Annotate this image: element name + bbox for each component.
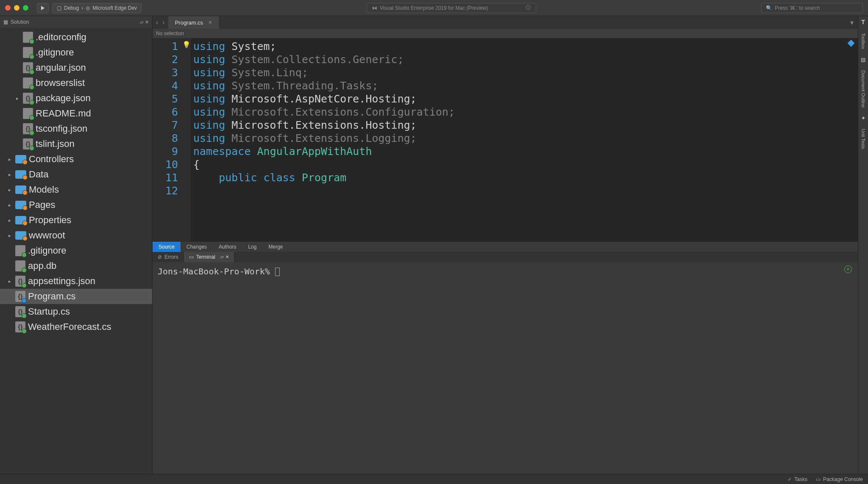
errors-tab-label: Errors <box>164 254 178 260</box>
tree-item-angular-json[interactable]: {}angular.json <box>0 60 152 75</box>
source-tab-changes[interactable]: Changes <box>181 242 213 252</box>
line-number: 10 <box>153 158 178 171</box>
line-number-gutter: 123456789101112 <box>153 38 182 242</box>
minimize-window-button[interactable] <box>14 5 19 11</box>
code-line[interactable]: using Microsoft.AspNetCore.Hosting; <box>193 92 858 105</box>
code-content[interactable]: using System;using System.Collections.Ge… <box>191 38 858 242</box>
tree-caret-icon[interactable]: ▸ <box>8 279 13 284</box>
tree-item-wwwroot[interactable]: ▸wwwroot <box>0 228 152 243</box>
tree-item--gitignore[interactable]: .gitignore <box>0 45 152 60</box>
csharp-file-icon: {} <box>15 291 25 302</box>
file-icon <box>15 260 25 271</box>
tree-item-label: appsettings.json <box>28 276 95 287</box>
file-icon <box>23 77 33 89</box>
tree-item-readme-md[interactable]: README.md <box>0 106 152 121</box>
close-tab-icon[interactable]: ✕ <box>208 19 212 25</box>
popout-icon[interactable]: ▱ <box>220 254 224 259</box>
code-line[interactable]: using Microsoft.Extensions.Configuration… <box>193 105 858 119</box>
terminal-tab[interactable]: ▭ Terminal ▱ ✕ <box>184 252 234 262</box>
line-number: 3 <box>153 66 178 79</box>
code-line[interactable]: using Microsoft.Extensions.Logging; <box>193 132 858 145</box>
tree-item-browserslist[interactable]: browserslist <box>0 75 152 91</box>
errors-tab[interactable]: ⊘ Errors <box>153 252 184 262</box>
tab-dropdown-icon[interactable]: ▾ <box>850 19 854 27</box>
code-line[interactable]: using System.Threading.Tasks; <box>193 79 858 92</box>
tree-item-data[interactable]: ▸Data <box>0 167 152 182</box>
close-terminal-icon[interactable]: ✕ <box>225 254 229 259</box>
tree-item-startup-cs[interactable]: {}Startup.cs <box>0 304 152 319</box>
tree-item-program-cs[interactable]: {}Program.cs <box>0 289 152 304</box>
tree-item-label: Startup.cs <box>28 306 70 317</box>
toolbox-tab[interactable]: Toolbox <box>861 31 866 51</box>
breadcrumb-bar[interactable]: No selection <box>153 29 858 38</box>
run-button[interactable] <box>37 3 49 13</box>
config-label: Debug <box>64 5 79 11</box>
nav-forward-button[interactable]: › <box>162 19 164 26</box>
lightbulb-icon[interactable]: 💡 <box>182 41 191 49</box>
close-window-button[interactable] <box>5 5 11 11</box>
tree-item-label: angular.json <box>36 62 86 73</box>
document-outline-tab[interactable]: Document Outline <box>861 69 866 109</box>
editor-tab-program[interactable]: Program.cs ✕ <box>168 16 220 29</box>
tree-item-appsettings-json[interactable]: ▸{}appsettings.json <box>0 274 152 289</box>
tree-caret-icon[interactable]: ▸ <box>8 172 13 177</box>
add-terminal-button[interactable]: + <box>844 266 852 273</box>
file-icon <box>23 47 33 58</box>
line-number: 5 <box>153 92 178 105</box>
json-file-icon: {} <box>23 138 33 149</box>
tree-caret-icon[interactable]: ▸ <box>8 157 13 162</box>
tree-item-models[interactable]: ▸Models <box>0 182 152 197</box>
package-console-button[interactable]: ▭ Package Console <box>816 476 863 482</box>
info-icon[interactable]: ⓘ <box>526 4 531 11</box>
folder-icon <box>15 185 26 194</box>
tree-caret-icon[interactable]: ▸ <box>8 202 13 208</box>
global-search[interactable]: 🔍 Press '⌘.' to search <box>761 3 863 13</box>
tree-item-label: tslint.json <box>36 138 75 149</box>
app-title-text: Visual Studio Enterprise 2019 for Mac (P… <box>380 5 488 11</box>
solution-tree[interactable]: .editorconfig.gitignore{}angular.jsonbro… <box>0 28 152 474</box>
tree-item--editorconfig[interactable]: .editorconfig <box>0 30 152 45</box>
run-configuration[interactable]: ▢ Debug › ◎ Microsoft Edge Dev <box>52 3 142 13</box>
code-line[interactable]: using System.Linq; <box>193 66 858 79</box>
tree-item-pages[interactable]: ▸Pages <box>0 197 152 213</box>
terminal-pane[interactable]: + Jons-MacBook-Pro-Work% <box>153 262 858 474</box>
code-editor[interactable]: 123456789101112 💡 using System;using Sys… <box>153 38 858 242</box>
tree-item-label: Controllers <box>29 154 74 165</box>
folder-icon <box>15 231 26 240</box>
status-badge-icon <box>22 268 27 273</box>
close-panel-icon[interactable]: ✕ <box>145 19 149 25</box>
play-icon <box>41 6 45 10</box>
tree-item-app-db[interactable]: app.db <box>0 258 152 274</box>
tree-item--gitignore[interactable]: .gitignore <box>0 243 152 258</box>
tree-item-properties[interactable]: ▸Properties <box>0 213 152 228</box>
tasks-button[interactable]: ✓ Tasks <box>787 476 807 482</box>
tree-caret-icon[interactable]: ▸ <box>8 187 13 193</box>
line-number: 8 <box>153 132 178 145</box>
nav-back-button[interactable]: ‹ <box>156 19 158 26</box>
unit-tests-tab[interactable]: Unit Tests <box>861 127 866 151</box>
source-tab-merge[interactable]: Merge <box>262 242 289 252</box>
source-tab-authors[interactable]: Authors <box>213 242 242 252</box>
tree-item-controllers[interactable]: ▸Controllers <box>0 152 152 167</box>
code-line[interactable]: using System; <box>193 40 858 53</box>
tree-item-tsconfig-json[interactable]: {}tsconfig.json <box>0 121 152 136</box>
code-line[interactable]: { <box>193 158 858 171</box>
code-line[interactable]: namespace AngularAppWithAuth <box>193 145 858 158</box>
check-icon: ✓ <box>787 476 792 482</box>
source-tab-source[interactable]: Source <box>153 242 181 252</box>
expand-panel-icon[interactable]: ▱ <box>140 19 143 25</box>
tree-caret-icon[interactable]: ▸ <box>8 218 13 223</box>
code-line[interactable]: using System.Collections.Generic; <box>193 53 858 66</box>
tree-item-weatherforecast-cs[interactable]: {}WeatherForecast.cs <box>0 319 152 335</box>
code-line[interactable]: using Microsoft.Extensions.Hosting; <box>193 119 858 132</box>
line-number: 12 <box>153 184 178 197</box>
source-tab-log[interactable]: Log <box>242 242 262 252</box>
tree-caret-icon[interactable]: ▸ <box>16 96 20 101</box>
tree-item-package-json[interactable]: ▸{}package.json <box>0 91 152 106</box>
tree-caret-icon[interactable]: ▸ <box>8 233 13 238</box>
tasks-label: Tasks <box>794 476 807 482</box>
terminal-icon: ▭ <box>189 254 194 260</box>
code-line[interactable]: public class Program <box>193 171 858 184</box>
maximize-window-button[interactable] <box>23 5 28 11</box>
tree-item-tslint-json[interactable]: {}tslint.json <box>0 136 152 152</box>
